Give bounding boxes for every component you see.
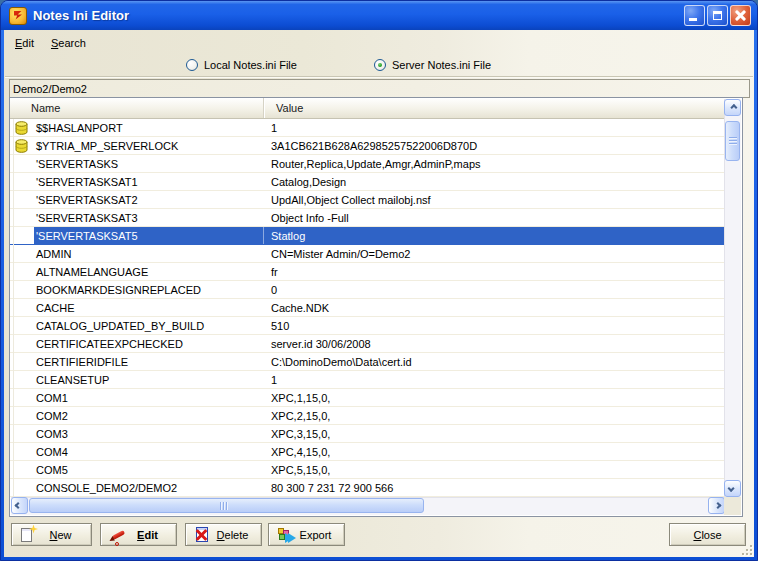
setting-name: BOOKMARKDESIGNREPLACED — [34, 281, 264, 298]
table-row[interactable]: COM2 XPC,2,15,0, — [10, 407, 724, 425]
list-rows: $$HASLANPORT 1 $YTRIA_MP_SERVERLOCK 3A1C… — [10, 119, 724, 497]
edit-button[interactable]: Edit — [100, 523, 177, 546]
table-row[interactable]: COM4 XPC,4,15,0, — [10, 443, 724, 461]
table-row[interactable]: 'SERVERTASKSAT1 Catalog,Design — [10, 173, 724, 191]
setting-value: Statlog — [264, 227, 724, 244]
table-row[interactable]: 'SERVERTASKSAT2 UpdAll,Object Collect ma… — [10, 191, 724, 209]
table-row[interactable]: BOOKMARKDESIGNREPLACED 0 — [10, 281, 724, 299]
table-row[interactable]: CACHE Cache.NDK — [10, 299, 724, 317]
menu-search[interactable]: Search — [44, 35, 93, 51]
titlebar[interactable]: Notes Ini Editor — [1, 1, 757, 30]
setting-name: CATALOG_UPDATED_BY_BUILD — [34, 317, 264, 334]
setting-name: $YTRIA_MP_SERVERLOCK — [34, 137, 264, 154]
setting-name: ALTNAMELANGUAGE — [34, 263, 264, 280]
setting-value: 3A1CB621B628A62985257522006D870D — [264, 137, 724, 154]
setting-name: COM4 — [34, 443, 264, 460]
table-row[interactable]: COM5 XPC,5,15,0, — [10, 461, 724, 479]
table-row[interactable]: ALTNAMELANGUAGE fr — [10, 263, 724, 281]
column-header-value[interactable]: Value — [264, 98, 724, 118]
radio-label: Local Notes.ini File — [204, 59, 297, 71]
setting-value: 1 — [264, 371, 724, 388]
table-row[interactable]: 'SERVERTASKS Router,Replica,Update,Amgr,… — [10, 155, 724, 173]
setting-name: COM1 — [34, 389, 264, 406]
scroll-up-button[interactable] — [724, 99, 741, 116]
table-row[interactable]: CLEANSETUP 1 — [10, 371, 724, 389]
scroll-right-button[interactable] — [708, 497, 725, 514]
window-title: Notes Ini Editor — [33, 8, 684, 23]
red-pen-icon — [109, 529, 127, 545]
setting-name: $$HASLANPORT — [34, 119, 264, 136]
setting-name: ADMIN — [34, 245, 264, 262]
setting-value: server.id 30/06/2008 — [264, 335, 724, 352]
setting-value: UpdAll,Object Collect mailobj.nsf — [264, 191, 724, 208]
horizontal-scrollbar[interactable] — [11, 497, 725, 515]
setting-value: 510 — [264, 317, 724, 334]
scroll-left-button[interactable] — [11, 497, 28, 514]
radio-local-notes-ini[interactable]: Local Notes.ini File — [186, 57, 297, 73]
database-icon — [14, 139, 29, 153]
table-row[interactable]: ADMIN CN=Mister Admin/O=Demo2 — [10, 245, 724, 263]
table-row[interactable]: $YTRIA_MP_SERVERLOCK 3A1CB621B628A629852… — [10, 137, 724, 155]
delete-page-icon — [194, 527, 212, 543]
scrollbar-corner — [724, 497, 741, 515]
vertical-scrollbar[interactable] — [724, 99, 741, 497]
notes-ini-editor-window: Notes Ini Editor Edit Search Local Notes… — [0, 0, 758, 561]
table-row[interactable]: 'SERVERTASKSAT5 Statlog — [10, 227, 724, 245]
table-row[interactable]: CERTIFIERIDFILE C:\DominoDemo\Data\cert.… — [10, 353, 724, 371]
menu-edit[interactable]: Edit — [8, 35, 41, 51]
setting-value: XPC,5,15,0, — [264, 461, 724, 478]
new-document-icon — [20, 527, 38, 543]
setting-value: XPC,1,15,0, — [264, 389, 724, 406]
table-row[interactable]: $$HASLANPORT 1 — [10, 119, 724, 137]
setting-name: CONSOLE_DEMO2/DEMO2 — [34, 479, 264, 496]
setting-value: Catalog,Design — [264, 173, 724, 190]
setting-name: CACHE — [34, 299, 264, 316]
chevron-right-icon — [714, 502, 721, 509]
vertical-scroll-thumb[interactable] — [725, 121, 740, 161]
setting-value: 0 — [264, 281, 724, 298]
setting-name: CERTIFIERIDFILE — [34, 353, 264, 370]
table-row[interactable]: COM3 XPC,3,15,0, — [10, 425, 724, 443]
setting-value: XPC,2,15,0, — [264, 407, 724, 424]
minimize-button[interactable] — [684, 5, 705, 26]
radio-icon — [186, 59, 198, 71]
table-row[interactable]: COM1 XPC,1,15,0, — [10, 389, 724, 407]
new-button[interactable]: New — [11, 523, 92, 546]
separator-line — [5, 76, 753, 78]
horizontal-scroll-thumb[interactable] — [29, 498, 424, 513]
table-row[interactable]: CATALOG_UPDATED_BY_BUILD 510 — [10, 317, 724, 335]
table-row[interactable]: CONSOLE_DEMO2/DEMO2 80 300 7 231 72 900 … — [10, 479, 724, 497]
chevron-up-icon — [730, 104, 737, 111]
chevron-left-icon — [15, 502, 22, 509]
setting-name: 'SERVERTASKS — [34, 155, 264, 172]
setting-value: CN=Mister Admin/O=Demo2 — [264, 245, 724, 262]
resize-grip[interactable] — [740, 543, 752, 555]
export-arrow-icon — [277, 527, 295, 543]
menu-bar: Edit Search — [5, 33, 753, 53]
gutter-line — [13, 119, 14, 497]
table-row[interactable]: 'SERVERTASKSAT3 Object Info -Full — [10, 209, 724, 227]
table-row[interactable]: CERTIFICATEEXPCHECKED server.id 30/06/20… — [10, 335, 724, 353]
list-header: Name Value — [10, 98, 724, 119]
server-path-value: Demo2/Demo2 — [13, 83, 87, 95]
setting-value: 80 300 7 231 72 900 566 — [264, 479, 724, 496]
server-path-field[interactable]: Demo2/Demo2 — [9, 79, 750, 98]
setting-value: 1 — [264, 119, 724, 136]
maximize-button[interactable] — [707, 5, 728, 26]
setting-value: Object Info -Full — [264, 209, 724, 226]
setting-name: 'SERVERTASKSAT1 — [34, 173, 264, 190]
close-button[interactable]: Close — [669, 523, 746, 546]
close-window-button[interactable] — [730, 5, 751, 26]
scroll-down-button[interactable] — [724, 480, 741, 497]
setting-value: XPC,3,15,0, — [264, 425, 724, 442]
setting-name: COM2 — [34, 407, 264, 424]
setting-name: COM3 — [34, 425, 264, 442]
radio-server-notes-ini[interactable]: Server Notes.ini File — [374, 57, 491, 73]
radio-label: Server Notes.ini File — [392, 59, 491, 71]
export-button[interactable]: Export — [268, 523, 345, 546]
minimize-icon — [689, 18, 697, 21]
delete-button[interactable]: Delete — [185, 523, 262, 546]
column-header-name[interactable]: Name — [10, 98, 264, 118]
radio-icon — [374, 59, 386, 71]
close-icon — [735, 10, 746, 21]
